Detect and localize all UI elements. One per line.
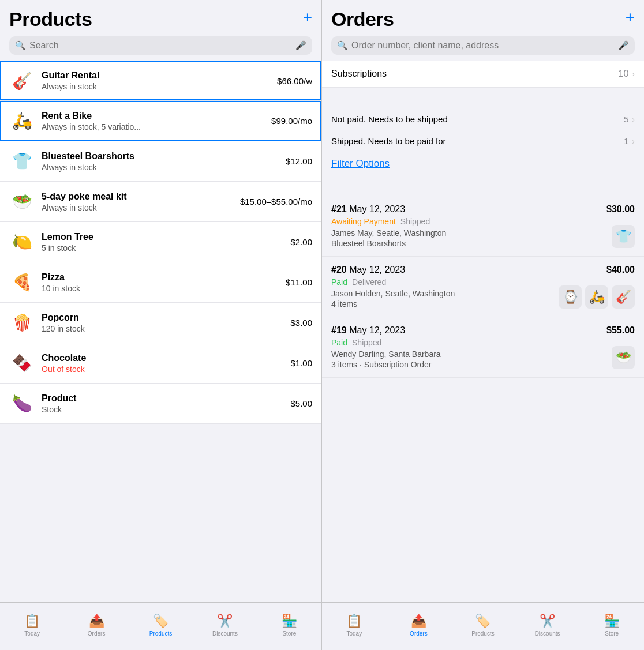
right-tab-today[interactable]: 📋 Today	[322, 607, 387, 643]
left-tab-orders[interactable]: 📤 Orders	[64, 607, 128, 643]
right-tab-store[interactable]: 🏪 Store	[579, 607, 644, 643]
right-tab-orders[interactable]: 📤 Orders	[387, 607, 451, 643]
right-tab-discounts[interactable]: ✂️ Discounts	[515, 607, 580, 643]
order-item-20[interactable]: #20 May 12, 2023 $40.00 Paid Delivered J…	[322, 257, 644, 317]
right-tab-label-orders: Orders	[410, 630, 428, 637]
product-item-poke-meal-kit[interactable]: 🥗 5-day poke meal kit Always in stock $1…	[0, 182, 321, 222]
product-stock: Always in stock	[42, 163, 286, 172]
product-price: $15.00–$55.00/mo	[240, 197, 312, 206]
product-item-chocolate[interactable]: 🍫 Chocolate Out of stock $1.00	[0, 343, 321, 384]
subscriptions-chevron: ›	[632, 69, 635, 78]
product-info: Guitar Rental Always in stock	[42, 70, 277, 91]
left-tab-discounts[interactable]: ✂️ Discounts	[193, 607, 257, 643]
right-search-input[interactable]	[351, 40, 618, 51]
order-thumb: 🛵	[585, 285, 608, 309]
order-status-line: Awaiting Payment Shipped	[331, 217, 612, 226]
left-tab-today[interactable]: 📋 Today	[0, 607, 64, 643]
tab-label-discounts: Discounts	[212, 630, 238, 637]
right-search-icon: 🔍	[337, 40, 348, 51]
right-tab-products[interactable]: 🏷️ Products	[451, 607, 515, 643]
order-header: #21 May 12, 2023 $30.00	[331, 204, 635, 215]
right-panel: + Orders 🔍 🎤 Subscriptions 10 › Not paid…	[322, 0, 644, 650]
product-price: $66.00/w	[277, 76, 312, 86]
right-mic-icon[interactable]: 🎤	[618, 40, 629, 51]
product-item-rent-a-bike[interactable]: 🛵 Rent a Bike Always in stock, 5 variati…	[0, 101, 321, 141]
product-info: Bluesteel Boarshorts Always in stock	[42, 151, 286, 172]
left-add-button[interactable]: +	[303, 8, 312, 27]
product-name: 5-day poke meal kit	[42, 191, 240, 202]
order-item-21[interactable]: #21 May 12, 2023 $30.00 Awaiting Payment…	[322, 196, 644, 257]
tab-label-products: Products	[149, 630, 172, 637]
order-delivery-status: Shipped	[352, 338, 381, 347]
product-item-guitar-rental[interactable]: 🎸 Guitar Rental Always in stock $66.00/w	[0, 61, 321, 101]
right-tab-icon-products: 🏷️	[475, 614, 491, 629]
order-info-block: Awaiting Payment Shipped James May, Seat…	[331, 217, 612, 248]
order-amount: $55.00	[606, 325, 635, 336]
product-price: $99.00/mo	[271, 116, 312, 126]
product-item-product[interactable]: 🍆 Product Stock $5.00	[0, 384, 321, 424]
order-delivery-status: Shipped	[400, 217, 430, 226]
order-info-block: Paid Shipped Wendy Darling, Santa Barbar…	[331, 338, 612, 369]
product-item-pizza[interactable]: 🍕 Pizza 10 in stock $11.00	[0, 262, 321, 303]
product-stock: Out of stock	[42, 365, 290, 374]
product-info: Popcorn 120 in stock	[42, 313, 290, 333]
order-amount: $40.00	[606, 265, 635, 275]
order-footer: Awaiting Payment Shipped James May, Seat…	[331, 217, 635, 248]
product-name: Bluesteel Boarshorts	[42, 151, 286, 161]
product-emoji: 🍿	[9, 310, 35, 336]
order-delivery-status: Delivered	[352, 277, 386, 287]
tab-icon-orders: 📤	[89, 614, 104, 629]
product-price: $11.00	[286, 277, 312, 287]
filter-options-link[interactable]: Filter Options	[322, 152, 644, 175]
tab-label-today: Today	[24, 630, 40, 637]
order-thumb: ⌚	[559, 285, 582, 309]
right-header: + Orders 🔍 🎤	[322, 0, 644, 61]
product-item-popcorn[interactable]: 🍿 Popcorn 120 in stock $3.00	[0, 303, 321, 343]
left-tab-store[interactable]: 🏪 Store	[257, 607, 321, 643]
order-amount: $30.00	[606, 204, 635, 215]
product-stock: Stock	[42, 405, 290, 414]
product-info: Chocolate Out of stock	[42, 353, 290, 374]
order-customer: Jason Holden, Seatle, Washington	[331, 289, 559, 298]
right-tab-label-store: Store	[605, 630, 619, 637]
subscriptions-section: Subscriptions 10 ›	[322, 61, 644, 88]
product-item-bluesteel-boarshorts[interactable]: 👕 Bluesteel Boarshorts Always in stock $…	[0, 141, 321, 182]
product-stock: Always in stock	[42, 82, 277, 91]
subscriptions-row[interactable]: Subscriptions 10 ›	[322, 61, 644, 88]
product-emoji: 🍆	[9, 391, 35, 416]
order-thumbs: 👕	[612, 225, 635, 248]
product-stock: Always in stock, 5 variatio...	[42, 122, 271, 131]
product-info: Product Stock	[42, 393, 290, 414]
order-thumb: 🥗	[612, 346, 635, 369]
product-price: $12.00	[286, 156, 312, 166]
tab-icon-store: 🏪	[282, 614, 297, 629]
right-tab-icon-store: 🏪	[604, 614, 620, 629]
order-product: 4 items	[331, 299, 559, 309]
product-name: Pizza	[42, 272, 286, 283]
left-mic-icon[interactable]: 🎤	[295, 40, 306, 51]
right-tab-label-discounts: Discounts	[535, 630, 560, 637]
subscriptions-count: 10	[619, 69, 629, 79]
order-item-19[interactable]: #19 May 12, 2023 $55.00 Paid Shipped Wen…	[322, 317, 644, 378]
product-name: Lemon Tree	[42, 232, 290, 242]
section-divider-1	[322, 88, 644, 108]
order-customer: James May, Seatle, Washington	[331, 228, 612, 238]
product-stock: 120 in stock	[42, 324, 290, 333]
filter-row-1[interactable]: Shipped. Needs to be paid for 1 ›	[322, 130, 644, 152]
right-add-button[interactable]: +	[626, 8, 635, 27]
tab-icon-today: 📋	[24, 614, 40, 629]
product-name: Guitar Rental	[42, 70, 277, 81]
right-tab-label-today: Today	[346, 630, 362, 637]
product-info: 5-day poke meal kit Always in stock	[42, 191, 240, 212]
filter-row-0[interactable]: Not paid. Needs to be shipped 5 ›	[322, 108, 644, 130]
filter-count: 1	[624, 136, 628, 146]
order-status-line: Paid Shipped	[331, 338, 612, 347]
left-search-input[interactable]	[29, 40, 295, 51]
product-price: $3.00	[290, 318, 312, 328]
product-price: $5.00	[290, 399, 312, 408]
right-search-bar: 🔍 🎤	[331, 36, 635, 55]
product-item-lemon-tree[interactable]: 🍋 Lemon Tree 5 in stock $2.00	[0, 222, 321, 262]
order-header: #20 May 12, 2023 $40.00	[331, 265, 635, 275]
left-search-bar: 🔍 🎤	[9, 36, 312, 55]
left-tab-products[interactable]: 🏷️ Products	[129, 607, 193, 643]
